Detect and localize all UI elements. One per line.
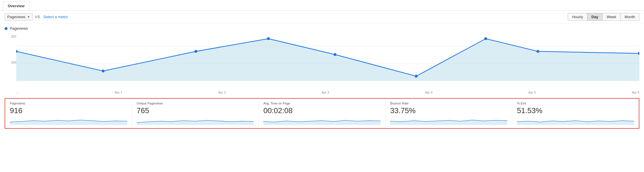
time-btn-day[interactable]: Day <box>587 13 602 20</box>
x-label-2: Apr 2 <box>218 91 225 94</box>
sparkline-avg-time <box>263 116 381 125</box>
stat-label-bounce-rate: Bounce Rate <box>390 102 508 105</box>
sparkline-pageviews <box>10 116 127 125</box>
pageviews-legend-label: Pageviews <box>10 26 28 31</box>
stat-value-bounce-rate: 33.75% <box>390 106 508 115</box>
sparkline-bounce-rate <box>390 116 508 125</box>
chart-dot-6 <box>484 37 487 40</box>
stat-cell-exit: % Exit 51.53% <box>512 99 639 128</box>
legend-row: Pageviews <box>5 26 639 31</box>
chart-dot-5 <box>415 75 418 78</box>
sparkline-exit <box>517 116 634 125</box>
chart-dot-3 <box>267 37 270 40</box>
toolbar-row: Pageviews ▼ VS. Select a metric Hourly D… <box>0 11 644 23</box>
y-axis-labels: 200 100 <box>5 32 16 95</box>
stat-value-avg-time: 00:02:08 <box>263 106 381 115</box>
stats-row: Pageviews 916 Unique Pageviews 765 Avg. … <box>5 98 639 129</box>
x-label-1: Apr 1 <box>115 91 122 94</box>
page-wrapper: Overview Pageviews ▼ VS. Select a metric… <box>0 0 644 172</box>
time-btn-month[interactable]: Month <box>620 13 639 20</box>
top-tab-bar: Overview <box>0 0 644 11</box>
select-metric-link[interactable]: Select a metric <box>43 15 68 19</box>
vs-label: VS. <box>35 15 41 19</box>
stat-value-pageviews: 916 <box>10 106 127 115</box>
x-axis-labels: ... Apr 1 Apr 2 Apr 3 Apr 4 Apr 5 Apr 6 <box>16 87 639 95</box>
stat-value-unique-pageviews: 765 <box>137 106 254 115</box>
stat-cell-avg-time: Avg. Time on Page 00:02:08 <box>259 99 386 128</box>
chart-dot-4 <box>334 53 336 56</box>
metric-dropdown[interactable]: Pageviews ▼ <box>5 13 33 20</box>
stat-label-pageviews: Pageviews <box>10 102 127 105</box>
metric-dropdown-label: Pageviews <box>7 15 25 19</box>
chart-dot-2 <box>195 50 197 53</box>
x-label-5: Apr 5 <box>528 91 536 94</box>
tab-overview[interactable]: Overview <box>3 1 29 10</box>
chart-inner <box>16 35 639 87</box>
time-buttons-group: Hourly Day Week Month <box>568 13 639 21</box>
pageviews-legend-dot <box>5 27 8 30</box>
toolbar-left: Pageviews ▼ VS. Select a metric <box>5 13 68 20</box>
svg-marker-6 <box>390 120 508 125</box>
stat-label-unique-pageviews: Unique Pageviews <box>137 102 254 105</box>
dropdown-arrow-icon: ▼ <box>27 15 30 18</box>
chart-svg <box>16 35 639 87</box>
sparkline-unique-pageviews <box>137 116 254 125</box>
svg-marker-5 <box>263 120 381 125</box>
stat-label-exit: % Exit <box>517 102 634 105</box>
chart-section: Pageviews 200 100 <box>0 23 644 95</box>
time-btn-hourly[interactable]: Hourly <box>568 13 587 20</box>
stat-cell-bounce-rate: Bounce Rate 33.75% <box>386 99 512 128</box>
x-label-3: Apr 3 <box>321 91 329 94</box>
chart-fill-area <box>16 39 639 81</box>
chart-dot-1 <box>102 70 105 72</box>
stat-label-avg-time: Avg. Time on Page <box>263 102 381 105</box>
time-btn-week[interactable]: Week <box>602 13 620 20</box>
chart-container: 200 100 <box>5 32 639 95</box>
y-label-200: 200 <box>5 35 16 38</box>
stat-cell-unique-pageviews: Unique Pageviews 765 <box>132 99 259 128</box>
x-label-0: ... <box>16 91 19 94</box>
x-label-6: Apr 6 <box>632 91 639 94</box>
y-label-100: 100 <box>5 61 16 64</box>
x-label-4: Apr 4 <box>425 91 432 94</box>
stat-cell-pageviews: Pageviews 916 <box>5 99 132 128</box>
chart-dot-7 <box>536 50 539 53</box>
stat-value-exit: 51.53% <box>517 106 634 115</box>
svg-marker-7 <box>517 121 634 125</box>
